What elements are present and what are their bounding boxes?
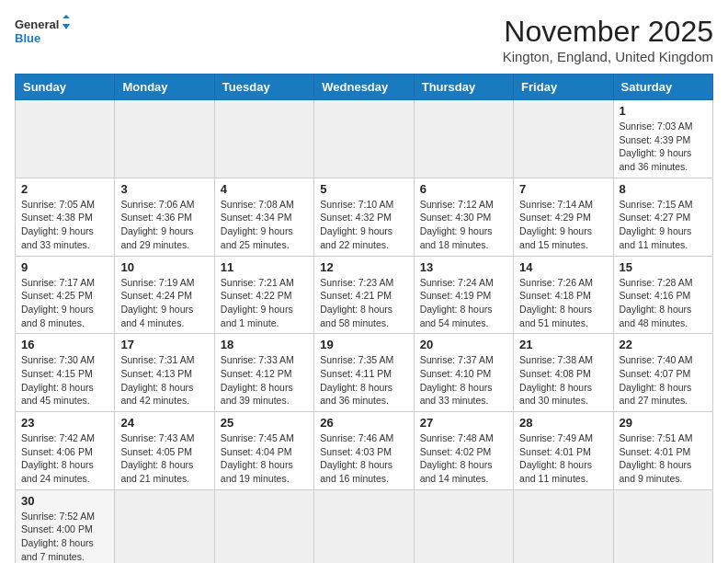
calendar-cell: 26Sunrise: 7:46 AM Sunset: 4:03 PM Dayli… <box>314 412 414 490</box>
day-number: 2 <box>21 182 108 196</box>
day-info: Sunrise: 7:15 AM Sunset: 4:27 PM Dayligh… <box>620 198 707 252</box>
logo-icon: General Blue <box>15 15 70 52</box>
day-info: Sunrise: 7:28 AM Sunset: 4:16 PM Dayligh… <box>620 276 707 330</box>
day-number: 14 <box>519 260 607 274</box>
svg-text:Blue: Blue <box>15 31 40 45</box>
calendar-cell <box>314 489 414 563</box>
header-tuesday: Tuesday <box>214 75 313 100</box>
day-info: Sunrise: 7:30 AM Sunset: 4:15 PM Dayligh… <box>21 353 108 408</box>
day-number: 6 <box>420 182 507 196</box>
calendar-cell: 24Sunrise: 7:43 AM Sunset: 4:05 PM Dayli… <box>115 412 214 490</box>
calendar-cell: 14Sunrise: 7:26 AM Sunset: 4:18 PM Dayli… <box>514 256 613 334</box>
day-info: Sunrise: 7:06 AM Sunset: 4:36 PM Dayligh… <box>120 198 208 252</box>
day-info: Sunrise: 7:51 AM Sunset: 4:01 PM Dayligh… <box>620 431 707 486</box>
day-info: Sunrise: 7:38 AM Sunset: 4:08 PM Dayligh… <box>519 353 607 408</box>
day-number: 9 <box>21 260 108 274</box>
day-info: Sunrise: 7:52 AM Sunset: 4:00 PM Dayligh… <box>21 510 108 563</box>
calendar-week-row: 16Sunrise: 7:30 AM Sunset: 4:15 PM Dayli… <box>16 334 713 412</box>
day-info: Sunrise: 7:03 AM Sunset: 4:39 PM Dayligh… <box>620 120 707 174</box>
day-number: 19 <box>320 338 407 351</box>
header-saturday: Saturday <box>613 75 712 100</box>
calendar-cell: 4Sunrise: 7:08 AM Sunset: 4:34 PM Daylig… <box>214 178 313 256</box>
calendar-cell: 27Sunrise: 7:48 AM Sunset: 4:02 PM Dayli… <box>414 412 513 490</box>
calendar-cell: 2Sunrise: 7:05 AM Sunset: 4:38 PM Daylig… <box>16 178 115 256</box>
calendar-cell <box>414 489 513 563</box>
calendar-cell: 1Sunrise: 7:03 AM Sunset: 4:39 PM Daylig… <box>613 100 712 178</box>
day-number: 27 <box>420 416 507 430</box>
calendar-cell <box>16 100 115 178</box>
day-info: Sunrise: 7:24 AM Sunset: 4:19 PM Dayligh… <box>420 276 507 330</box>
day-number: 17 <box>120 338 208 351</box>
calendar-cell: 25Sunrise: 7:45 AM Sunset: 4:04 PM Dayli… <box>214 412 313 490</box>
calendar-cell: 20Sunrise: 7:37 AM Sunset: 4:10 PM Dayli… <box>414 334 513 412</box>
day-number: 5 <box>320 182 407 196</box>
header-friday: Friday <box>514 75 613 100</box>
day-number: 21 <box>519 338 607 351</box>
day-number: 18 <box>221 338 308 351</box>
calendar-cell: 5Sunrise: 7:10 AM Sunset: 4:32 PM Daylig… <box>314 178 414 256</box>
calendar-cell <box>115 489 214 563</box>
header-monday: Monday <box>115 75 214 100</box>
calendar-cell: 3Sunrise: 7:06 AM Sunset: 4:36 PM Daylig… <box>115 178 214 256</box>
calendar-cell: 12Sunrise: 7:23 AM Sunset: 4:21 PM Dayli… <box>314 256 414 334</box>
calendar-cell: 6Sunrise: 7:12 AM Sunset: 4:30 PM Daylig… <box>414 178 513 256</box>
calendar-cell: 11Sunrise: 7:21 AM Sunset: 4:22 PM Dayli… <box>214 256 313 334</box>
location: Kington, England, United Kingdom <box>503 49 713 64</box>
day-number: 25 <box>221 416 308 430</box>
calendar-cell: 22Sunrise: 7:40 AM Sunset: 4:07 PM Dayli… <box>613 334 712 412</box>
day-info: Sunrise: 7:23 AM Sunset: 4:21 PM Dayligh… <box>320 276 407 330</box>
day-info: Sunrise: 7:14 AM Sunset: 4:29 PM Dayligh… <box>519 198 607 252</box>
day-info: Sunrise: 7:10 AM Sunset: 4:32 PM Dayligh… <box>320 198 407 252</box>
day-number: 8 <box>620 182 707 196</box>
day-number: 12 <box>320 260 407 274</box>
day-info: Sunrise: 7:46 AM Sunset: 4:03 PM Dayligh… <box>320 431 407 486</box>
calendar-cell <box>414 100 513 178</box>
day-number: 24 <box>120 416 208 430</box>
svg-text:General: General <box>15 17 59 31</box>
calendar-week-row: 2Sunrise: 7:05 AM Sunset: 4:38 PM Daylig… <box>16 178 713 256</box>
logo: General Blue <box>15 15 70 52</box>
day-info: Sunrise: 7:08 AM Sunset: 4:34 PM Dayligh… <box>221 198 308 252</box>
calendar-cell: 9Sunrise: 7:17 AM Sunset: 4:25 PM Daylig… <box>16 256 115 334</box>
day-info: Sunrise: 7:19 AM Sunset: 4:24 PM Dayligh… <box>120 276 208 330</box>
day-info: Sunrise: 7:48 AM Sunset: 4:02 PM Dayligh… <box>420 431 507 486</box>
calendar-cell <box>514 489 613 563</box>
calendar-week-row: 9Sunrise: 7:17 AM Sunset: 4:25 PM Daylig… <box>16 256 713 334</box>
day-number: 30 <box>21 494 108 508</box>
calendar-week-row: 23Sunrise: 7:42 AM Sunset: 4:06 PM Dayli… <box>16 412 713 490</box>
header-sunday: Sunday <box>16 75 115 100</box>
day-number: 16 <box>21 338 108 351</box>
day-info: Sunrise: 7:37 AM Sunset: 4:10 PM Dayligh… <box>420 353 507 408</box>
title-area: November 2025 Kington, England, United K… <box>503 15 713 64</box>
day-number: 23 <box>21 416 108 430</box>
day-info: Sunrise: 7:45 AM Sunset: 4:04 PM Dayligh… <box>221 431 308 486</box>
calendar-cell: 15Sunrise: 7:28 AM Sunset: 4:16 PM Dayli… <box>613 256 712 334</box>
month-title: November 2025 <box>503 15 713 49</box>
calendar-cell <box>214 100 313 178</box>
day-info: Sunrise: 7:35 AM Sunset: 4:11 PM Dayligh… <box>320 353 407 408</box>
svg-marker-3 <box>63 24 70 29</box>
page-header: General Blue November 2025 Kington, Engl… <box>15 15 713 64</box>
day-number: 13 <box>420 260 507 274</box>
day-info: Sunrise: 7:40 AM Sunset: 4:07 PM Dayligh… <box>620 353 707 408</box>
day-info: Sunrise: 7:21 AM Sunset: 4:22 PM Dayligh… <box>221 276 308 330</box>
day-info: Sunrise: 7:31 AM Sunset: 4:13 PM Dayligh… <box>120 353 208 408</box>
day-info: Sunrise: 7:43 AM Sunset: 4:05 PM Dayligh… <box>120 431 208 486</box>
calendar-cell <box>314 100 414 178</box>
calendar-cell: 17Sunrise: 7:31 AM Sunset: 4:13 PM Dayli… <box>115 334 214 412</box>
day-number: 22 <box>620 338 707 351</box>
calendar-week-row: 30Sunrise: 7:52 AM Sunset: 4:00 PM Dayli… <box>16 489 713 563</box>
day-number: 20 <box>420 338 507 351</box>
calendar-cell <box>115 100 214 178</box>
day-number: 7 <box>519 182 607 196</box>
day-info: Sunrise: 7:12 AM Sunset: 4:30 PM Dayligh… <box>420 198 507 252</box>
calendar-cell <box>613 489 712 563</box>
calendar-cell: 30Sunrise: 7:52 AM Sunset: 4:00 PM Dayli… <box>16 489 115 563</box>
calendar-cell: 19Sunrise: 7:35 AM Sunset: 4:11 PM Dayli… <box>314 334 414 412</box>
day-number: 26 <box>320 416 407 430</box>
header-thursday: Thursday <box>414 75 513 100</box>
calendar-week-row: 1Sunrise: 7:03 AM Sunset: 4:39 PM Daylig… <box>16 100 713 178</box>
calendar: Sunday Monday Tuesday Wednesday Thursday… <box>15 74 713 563</box>
day-number: 10 <box>120 260 208 274</box>
day-info: Sunrise: 7:26 AM Sunset: 4:18 PM Dayligh… <box>519 276 607 330</box>
